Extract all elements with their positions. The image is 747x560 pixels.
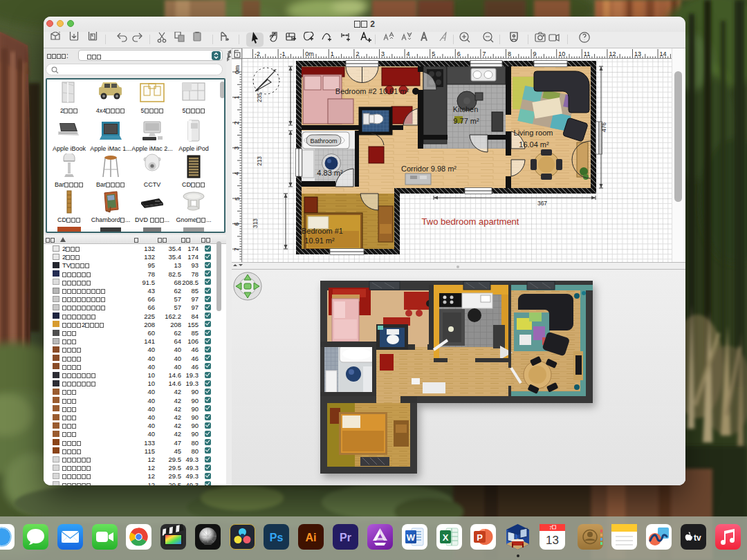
svg-text:3: 3 — [381, 50, 385, 57]
svg-text:tv: tv — [694, 533, 701, 543]
svg-text:Bedroom #1: Bedroom #1 — [302, 227, 343, 235]
svg-text:213: 213 — [256, 156, 263, 166]
svg-text:Pr: Pr — [340, 532, 351, 543]
svg-text:Bathroom: Bathroom — [310, 138, 337, 144]
svg-text:313: 313 — [252, 218, 259, 228]
svg-text:235: 235 — [256, 93, 263, 102]
svg-text:16.04 m²: 16.04 m² — [519, 140, 549, 149]
svg-text:13: 13 — [634, 50, 641, 57]
svg-text:476: 476 — [600, 122, 607, 132]
svg-text:7: 7 — [549, 525, 552, 530]
svg-text:6: 6 — [457, 50, 461, 57]
svg-text:Ps: Ps — [270, 532, 284, 543]
svg-text:11: 11 — [584, 50, 590, 57]
svg-text:10: 10 — [558, 50, 565, 57]
svg-text:Bedroom #2 10.61 m²: Bedroom #2 10.61 m² — [335, 87, 409, 95]
svg-text:X: X — [443, 532, 449, 543]
svg-text:1: 1 — [234, 96, 241, 100]
svg-text:3: 3 — [234, 147, 241, 150]
svg-text:8: 8 — [508, 50, 511, 57]
svg-text:7: 7 — [482, 50, 486, 57]
svg-text:4: 4 — [407, 50, 410, 57]
svg-text:9: 9 — [533, 50, 537, 57]
svg-text:4: 4 — [234, 171, 241, 175]
svg-text:0m: 0m — [234, 65, 241, 74]
svg-text:10.91 m²: 10.91 m² — [304, 236, 335, 245]
svg-text:7: 7 — [234, 248, 241, 251]
svg-text:2: 2 — [234, 121, 241, 124]
svg-text:1: 1 — [331, 50, 334, 57]
svg-text:9.77 m²: 9.77 m² — [453, 117, 479, 125]
svg-text:14: 14 — [660, 50, 667, 57]
svg-text:6: 6 — [234, 223, 241, 226]
svg-text:Living room: Living room — [514, 129, 553, 137]
svg-text:Ai: Ai — [306, 532, 317, 543]
svg-text:4.83 m²: 4.83 m² — [317, 169, 343, 177]
svg-text:Kitchen: Kitchen — [453, 105, 479, 113]
svg-text:-1: -1 — [280, 50, 286, 57]
svg-text:W: W — [407, 532, 416, 543]
svg-text:Corridor 9.98 m²: Corridor 9.98 m² — [401, 165, 456, 173]
svg-text:0m: 0m — [305, 50, 314, 57]
svg-text:367: 367 — [537, 200, 547, 207]
svg-text:13: 13 — [546, 534, 559, 547]
svg-text:5: 5 — [234, 197, 241, 200]
svg-text:-2: -2 — [255, 50, 260, 57]
svg-text:12: 12 — [609, 50, 616, 57]
svg-text:Two bedroom apartment: Two bedroom apartment — [422, 216, 519, 227]
svg-text:5: 5 — [432, 50, 435, 57]
svg-text:2: 2 — [356, 50, 359, 57]
svg-text:P: P — [477, 532, 483, 543]
